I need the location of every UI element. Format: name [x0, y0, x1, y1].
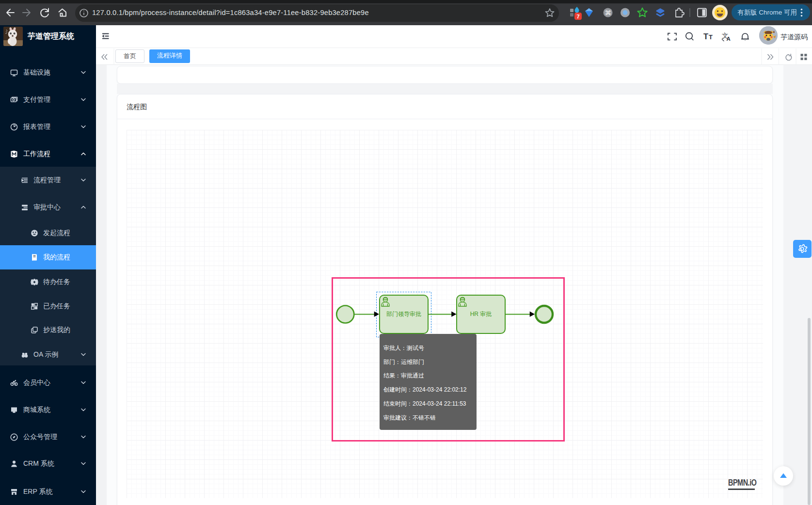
- svg-text:7: 7: [576, 14, 579, 19]
- svg-text:⌘: ⌘: [605, 9, 611, 16]
- svg-text:A: A: [727, 36, 731, 42]
- svg-text:T: T: [709, 33, 713, 41]
- svg-text:T: T: [703, 32, 708, 41]
